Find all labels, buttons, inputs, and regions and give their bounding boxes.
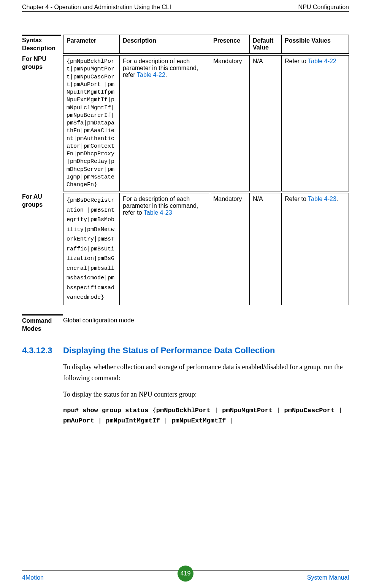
cmd-sep-1: |: [273, 407, 284, 414]
cmd-trailing: |: [226, 417, 234, 424]
cmd-sep-3: |: [94, 417, 106, 424]
cmd-item-1: pmNpuMgmtPort: [222, 407, 273, 414]
au-possible-cell: Refer to Table 4-23.: [282, 193, 349, 305]
cmd-item-3: pmAuPort: [63, 417, 94, 424]
page-number-badge: 419: [178, 566, 193, 582]
cmd-item-5: pmNpuExtMgmtIf: [172, 417, 226, 424]
table-row: {pmBsDeRegistration |pmBsIntegrity|pmBsM…: [63, 193, 349, 305]
cmd-sep-2: |: [335, 407, 342, 414]
command-modes-value: Global configuration mode: [63, 314, 349, 324]
cmd-brace: {: [152, 407, 156, 414]
parameter-table-au: {pmBsDeRegistration |pmBsIntegrity|pmBsM…: [63, 193, 349, 305]
cmd-item-4: pmNpuIntMgmtIf: [106, 417, 160, 424]
section-heading: 4.3.12.3 Displaying the Status of Perfor…: [22, 346, 349, 355]
for-npu-groups-label: For NPU groups: [22, 55, 63, 71]
syntax-description-text: Syntax Description: [22, 37, 55, 51]
running-header: Chapter 4 - Operation and Administration…: [22, 0, 349, 11]
running-header-right: NPU Configuration: [298, 4, 349, 11]
command-modes-label: Command Modes: [22, 314, 63, 333]
table-header-row: Parameter Description Presence Default V…: [63, 35, 349, 54]
npu-default-cell: N/A: [250, 56, 282, 191]
parameter-table-npu: {pmNpuBckhlPort|pmNpuMgmtPort|pmNpuCascP…: [63, 55, 349, 191]
syntax-description-label: Syntax Description: [22, 35, 63, 53]
col-possible-values: Possible Values: [282, 35, 349, 54]
footer-left: 4Motion: [22, 574, 44, 581]
link-table-4-22[interactable]: Table 4-22: [137, 72, 165, 78]
au-default-cell: N/A: [250, 193, 282, 305]
section-title: Displaying the Status of Performance Dat…: [63, 346, 275, 355]
link-table-4-22-b[interactable]: Table 4-22: [308, 58, 336, 64]
col-presence: Presence: [210, 35, 250, 54]
page-footer: 4Motion 419 System Manual: [22, 570, 349, 581]
col-parameter: Parameter: [63, 35, 120, 54]
npu-presence-cell: Mandatory: [210, 56, 250, 191]
cmd-prefix: npu# show group status: [63, 407, 152, 414]
au-possible-pre: Refer to: [285, 196, 308, 202]
link-table-4-23-b[interactable]: Table 4-23: [308, 196, 336, 202]
au-description-cell: For a description of each parameter in t…: [120, 193, 210, 305]
npu-possible-pre: Refer to: [285, 58, 308, 64]
footer-right: System Manual: [307, 574, 349, 581]
cmd-item-0: pmNpuBckhlPort: [156, 407, 211, 414]
command-line: npu# show group status {pmNpuBckhlPort |…: [63, 405, 349, 426]
header-rule: [22, 11, 349, 12]
au-parameter-cell: {pmBsDeRegistration |pmBsIntegrity|pmBsM…: [63, 193, 120, 305]
for-au-groups-label: For AU groups: [22, 193, 63, 209]
body-paragraph-2: To display the status for an NPU counter…: [63, 389, 349, 400]
col-description: Description: [120, 35, 210, 54]
parameter-table: Parameter Description Presence Default V…: [63, 35, 349, 54]
running-header-left: Chapter 4 - Operation and Administration…: [22, 4, 171, 11]
link-table-4-23[interactable]: Table 4-23: [144, 209, 172, 216]
section-number: 4.3.12.3: [22, 346, 63, 355]
cmd-sep-4: |: [160, 417, 172, 424]
au-presence-cell: Mandatory: [210, 193, 250, 305]
npu-parameter-cell: {pmNpuBckhlPort|pmNpuMgmtPort|pmNpuCascP…: [63, 56, 120, 191]
body-paragraph-1: To display whether collection and storag…: [63, 362, 349, 384]
npu-possible-cell: Refer to Table 4-22: [282, 56, 349, 191]
cmd-item-2: pmNpuCascPort: [284, 407, 335, 414]
au-possible-post: .: [336, 196, 338, 202]
cmd-sep-0: |: [211, 407, 222, 414]
table-row: {pmNpuBckhlPort|pmNpuMgmtPort|pmNpuCascP…: [63, 56, 349, 191]
col-default-value: Default Value: [250, 35, 282, 54]
npu-description-cell: For a description of each parameter in t…: [120, 56, 210, 191]
npu-desc-post: .: [165, 72, 167, 78]
